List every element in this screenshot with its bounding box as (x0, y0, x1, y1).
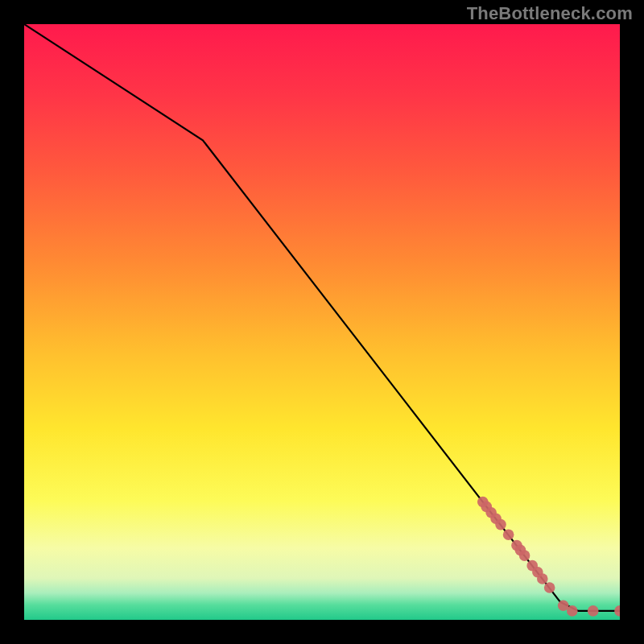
plot-area (24, 24, 620, 620)
chart-frame: TheBottleneck.com (0, 0, 644, 644)
scatter-point (495, 519, 506, 530)
svg-rect-0 (24, 24, 620, 620)
scatter-point (519, 550, 530, 561)
scatter-point (537, 573, 548, 584)
watermark-text: TheBottleneck.com (467, 3, 633, 24)
scatter-point (544, 582, 555, 593)
scatter-point (567, 605, 578, 617)
scatter-point (503, 529, 514, 540)
scatter-point (588, 605, 599, 617)
chart-svg (24, 24, 620, 620)
